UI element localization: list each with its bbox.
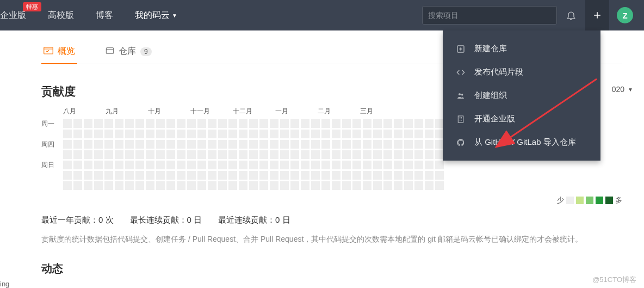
calendar-cell (270, 119, 278, 128)
calendar-cell (125, 130, 134, 138)
month-label: 十月 (148, 107, 190, 116)
calendar-cell (63, 119, 72, 128)
calendar-cell (435, 181, 444, 190)
calendar-cell (321, 181, 330, 190)
calendar-cell (135, 150, 144, 159)
month-label: 一月 (275, 107, 318, 116)
calendar-cell (115, 181, 123, 190)
calendar-cell (414, 181, 423, 190)
dd-import-repo[interactable]: 从 GitHub / GitLab 导入仓库 (443, 131, 600, 154)
notification-icon[interactable] (559, 0, 583, 30)
avatar[interactable]: Z (617, 7, 633, 23)
calendar-cell (187, 181, 196, 190)
caret-down-icon: ▼ (172, 13, 177, 19)
calendar-cell (352, 140, 361, 149)
calendar-cell (197, 119, 206, 128)
plus-menu-button[interactable] (585, 0, 609, 30)
calendar-cell (259, 161, 268, 169)
calendar-cell (63, 150, 72, 159)
calendar-cell (435, 161, 444, 169)
day-sun: 周日 (41, 161, 63, 181)
calendar-cell (115, 150, 123, 159)
calendar-cell (197, 140, 206, 149)
calendar-cell (177, 161, 185, 169)
calendar-cell (187, 171, 196, 180)
calendar-cell (311, 130, 320, 138)
legend-cell-2 (586, 197, 593, 204)
calendar-cell (342, 161, 351, 169)
calendar-cell (146, 130, 154, 138)
calendar-cell (425, 181, 434, 190)
calendar-cell (373, 181, 382, 190)
dd-snippet[interactable]: 发布代码片段 (443, 60, 600, 84)
legend-cell-1 (576, 197, 584, 204)
calendar-cell (425, 171, 434, 180)
calendar-cell (332, 140, 340, 149)
calendar-cell (156, 150, 165, 159)
calendar-cell (63, 161, 72, 169)
calendar-cell (352, 150, 361, 159)
dd-import-repo-label: 从 GitHub / GitLab 导入仓库 (474, 137, 576, 148)
calendar-cell (290, 150, 299, 159)
calendar-cell (94, 181, 103, 190)
calendar-cell (259, 130, 268, 138)
calendar-cell (197, 130, 206, 138)
legend-less: 少 (557, 195, 564, 205)
calendar-cell (363, 171, 371, 180)
nav-blog[interactable]: 博客 (91, 1, 117, 30)
calendar-cell (290, 161, 299, 169)
calendar-cell (135, 161, 144, 169)
calendar-cell (352, 119, 361, 128)
nav-college[interactable]: 高校版 (44, 1, 78, 30)
contribution-desc: 贡献度的统计数据包括代码提交、创建任务 / Pull Request、合并 Pu… (41, 233, 618, 246)
calendar-cell (383, 140, 392, 149)
calendar-cell (311, 161, 320, 169)
dd-enterprise-label: 开通企业版 (474, 114, 515, 124)
calendar-cell (218, 181, 227, 190)
calendar-cell (125, 140, 134, 149)
dd-new-repo[interactable]: 新建仓库 (443, 37, 600, 60)
calendar-cell (383, 150, 392, 159)
calendar-cell (115, 140, 123, 149)
calendar-cell (414, 150, 423, 159)
calendar-cell (166, 130, 175, 138)
calendar-cell (280, 130, 289, 138)
calendar-cell (228, 161, 237, 169)
year-selector[interactable]: 020 ▼ (612, 85, 633, 94)
calendar-cell (73, 161, 82, 169)
calendar-cell (425, 130, 434, 138)
calendar-cell (228, 171, 237, 180)
search-input[interactable] (422, 6, 557, 24)
calendar-cell (187, 130, 196, 138)
calendar-cell (280, 161, 289, 169)
calendar-grid (63, 119, 444, 190)
legend-cell-4 (605, 197, 613, 204)
calendar-cell (342, 140, 351, 149)
calendar-cell (383, 130, 392, 138)
calendar-cell (125, 150, 134, 159)
calendar-cell (394, 140, 403, 149)
tab-repos[interactable]: 仓库 9 (103, 41, 154, 64)
day-mon: 周一 (41, 119, 63, 140)
dd-create-org[interactable]: 创建组织 (443, 84, 600, 107)
calendar-cell (270, 181, 278, 190)
calendar-cell (383, 181, 392, 190)
calendar-cell (280, 119, 289, 128)
calendar-cell (414, 130, 423, 138)
calendar-cell (414, 171, 423, 180)
calendar-cell (125, 181, 134, 190)
calendar-cell (94, 150, 103, 159)
contribution-legend: 少 多 (41, 195, 644, 205)
calendar-cell (156, 161, 165, 169)
calendar-cell (94, 119, 103, 128)
calendar-cell (301, 161, 309, 169)
calendar-cell (280, 181, 289, 190)
repo-icon (106, 47, 114, 56)
tab-overview[interactable]: 概览 (41, 41, 77, 64)
calendar-cell (363, 181, 371, 190)
calendar-cell (404, 119, 413, 128)
dd-enterprise[interactable]: 开通企业版 (443, 107, 600, 131)
calendar-cell (197, 161, 206, 169)
calendar-cell (73, 140, 82, 149)
nav-my-mayun[interactable]: 我的码云 ▼ (131, 1, 182, 30)
